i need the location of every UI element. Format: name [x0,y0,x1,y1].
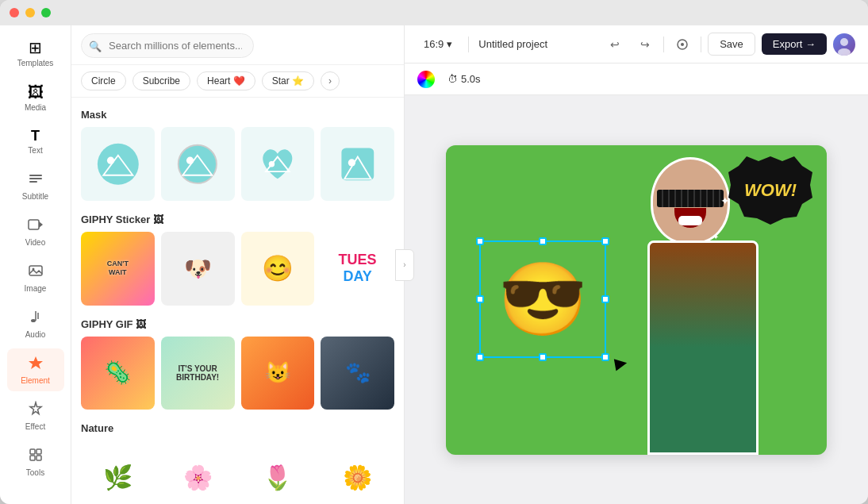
sidebar-item-media[interactable]: 🖼 Media [7,77,64,118]
effect-icon [28,401,44,421]
search-input[interactable] [81,33,254,58]
svg-point-29 [840,38,848,46]
handle-top-left[interactable] [476,237,484,245]
nature-item-2[interactable]: 🌸 + [161,441,235,504]
gif-item-1[interactable]: 🦠 [81,337,155,410]
gif-item-4[interactable]: 🐾 [321,337,394,410]
handle-middle-top[interactable] [539,237,547,245]
search-input-wrap: 🔍 [81,33,394,58]
svg-marker-11 [30,402,41,414]
svg-rect-14 [30,456,35,460]
aspect-ratio-button[interactable]: 16:9 ▾ [417,35,459,53]
minimize-button[interactable] [25,8,35,17]
handle-top-right[interactable] [601,237,609,245]
palette-button[interactable] [417,71,435,88]
svg-marker-4 [39,221,43,228]
tag-heart[interactable]: Heart ❤️ [197,71,255,90]
divider-2 [663,37,664,52]
svg-point-19 [179,144,217,183]
settings-button[interactable] [670,33,694,56]
audio-icon [28,309,44,329]
person-mouth [674,208,706,228]
handle-middle-left[interactable] [476,295,484,303]
divider-3 [701,37,701,52]
handle-bottom-left[interactable] [476,353,484,361]
sidebar-item-video[interactable]: Video [7,210,64,253]
tag-star[interactable]: Star ⭐ [262,71,314,90]
mask-item-1[interactable] [81,127,155,201]
nature-section-title: Nature [81,422,394,434]
giphy-gif-section-title: GIPHY GIF 🖼 [81,318,394,330]
export-button[interactable]: Export → [762,33,827,55]
sidebar-item-templates[interactable]: ⊞ Templates [7,32,64,74]
svg-point-28 [681,43,684,46]
tag-subcribe[interactable]: Subcribe [133,71,190,90]
svg-rect-12 [30,449,35,454]
sidebar-item-element[interactable]: Element [7,348,64,391]
aspect-ratio-chevron: ▾ [447,38,452,50]
mask-item-2[interactable] [161,127,235,201]
timer-icon: ⏱ [447,73,458,85]
svg-rect-2 [29,181,37,183]
mask-item-3[interactable] [241,127,315,201]
handle-middle-right[interactable] [601,295,609,303]
svg-point-26 [348,159,355,166]
sidebar-item-effect[interactable]: Effect [7,394,64,437]
text-icon: T [31,128,40,144]
close-button[interactable] [10,8,19,17]
giphy-sticker-grid: CAN'TWAIT 🐶 😊 TUES DAY [81,232,394,306]
tags-bar: Circle Subcribe Heart ❤️ Star ⭐ › [71,65,404,98]
sidebar-item-subtitle[interactable]: Subtitle [7,164,64,207]
svg-rect-3 [29,220,39,229]
svg-point-7 [31,319,36,322]
sticker-item-4[interactable]: TUES DAY [321,232,394,306]
handle-bottom-right[interactable] [601,353,609,361]
sticker-item-2[interactable]: 🐶 [161,232,235,306]
person-body [647,240,759,455]
sidebar: ⊞ Templates 🖼 Media T Text Subtitle [0,25,71,504]
sidebar-item-tools[interactable]: Tools [7,441,64,483]
tag-circle[interactable]: Circle [81,71,126,90]
video-icon [28,217,44,237]
nature-item-1[interactable]: 🌿 + [81,441,155,504]
aspect-ratio-label: 16:9 [424,38,444,50]
sticker-item-3[interactable]: 😊 [241,232,315,306]
search-icon: 🔍 [89,40,102,52]
save-button[interactable]: Save [708,33,755,56]
gif-item-2[interactable]: IT'S YOURBIRTHDAY! [161,337,235,410]
svg-rect-5 [29,266,42,275]
undo-button[interactable]: ↩ [603,33,627,56]
nature-item-3[interactable]: 🌷 + [241,441,315,504]
elements-panel-wrap: 🔍 Circle Subcribe Heart ❤️ Star ⭐ › Mask [71,25,405,504]
redo-button[interactable]: ↪ [633,33,657,56]
maximize-button[interactable] [41,8,51,17]
search-bar: 🔍 [71,25,404,65]
timer-value: 5.0s [461,73,481,85]
sidebar-item-text[interactable]: T Text [7,121,64,161]
handle-middle-bottom[interactable] [539,353,547,361]
canvas-viewport[interactable]: WOW! ✦ ✦ 😎 [405,95,868,504]
panel-toggle-button[interactable]: › [395,249,414,281]
sidebar-item-audio[interactable]: Audio [7,302,64,345]
timer-button[interactable]: ⏱ 5.0s [447,73,481,85]
svg-marker-10 [29,356,43,369]
sidebar-item-image[interactable]: Image [7,256,64,299]
image-icon [28,263,44,283]
more-tags-button[interactable]: › [321,71,340,90]
sticker-item-1[interactable]: CAN'TWAIT [81,232,155,306]
svg-point-30 [838,48,851,56]
mask-item-4[interactable] [321,127,394,201]
svg-rect-13 [36,449,41,454]
toolbar-actions: ↩ ↪ Save Export → [603,33,855,56]
divider-1 [468,37,469,52]
mask-grid [81,127,394,201]
sparkle-2: ✦ [712,233,719,241]
svg-point-18 [106,156,113,164]
gif-item-3[interactable]: 😺 [241,337,315,410]
nature-item-4[interactable]: 🌼 + [321,441,394,504]
app-window: ⊞ Templates 🖼 Media T Text Subtitle [0,0,868,504]
canvas-frame: WOW! ✦ ✦ 😎 [446,145,827,455]
selected-emoji-element[interactable]: 😎 ▶ [479,240,606,358]
person-head [651,157,730,244]
giphy-sticker-section-title: GIPHY Sticker 🖼 [81,214,394,225]
